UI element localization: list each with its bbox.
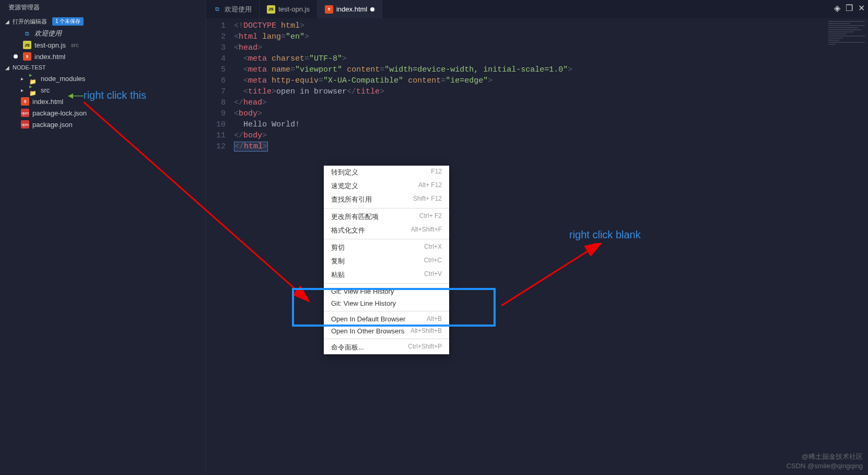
open-editor-item[interactable]: JS test-opn.js src (0, 39, 205, 51)
code-line[interactable]: </head> (234, 97, 868, 108)
dirty-dot (370, 7, 374, 11)
watermark: @稀土掘金技术社区 CSDN @smile@qingqing (787, 452, 863, 471)
menu-shortcut: Shift+ F12 (413, 195, 442, 204)
menu-label: 粘贴 (331, 270, 345, 280)
menu-shortcut: Ctrl+V (424, 270, 442, 280)
line-number: 11 (206, 130, 226, 141)
menu-item[interactable]: 剪切 Ctrl+X (324, 241, 449, 254)
menu-item[interactable]: 复制 Ctrl+C (324, 254, 449, 268)
title-bar-controls: ◈ ❐ ✕ (834, 3, 865, 13)
menu-shortcut: Ctrl+ F2 (419, 212, 442, 222)
open-editors-header[interactable]: ◢ 打开的编辑器 1 个未保存 (0, 15, 205, 28)
code-line[interactable]: <meta name="viewport" content="width=dev… (234, 64, 868, 75)
line-number: 1 (206, 20, 226, 31)
compass-icon[interactable]: ◈ (834, 3, 840, 13)
tree-item[interactable]: ▸ ▸ 📁 src (0, 84, 205, 96)
code-line[interactable]: <!DOCTYPE html> (234, 20, 868, 31)
open-editor-item[interactable]: ⧉ 欢迎使用 (0, 28, 205, 39)
tab-label: index.html (336, 5, 367, 13)
menu-label: 查找所有引用 (331, 195, 372, 204)
explorer-title: 资源管理器 (0, 0, 205, 15)
vscode-icon: ⧉ (213, 5, 221, 14)
menu-shortcut: Ctrl+C (424, 257, 442, 266)
file-label: 欢迎使用 (34, 29, 62, 38)
open-editors-label: 打开的编辑器 (13, 18, 47, 26)
close-icon[interactable]: ✕ (858, 3, 865, 13)
line-number: 9 (206, 108, 226, 119)
code-editor[interactable]: 123456789101112 <!DOCTYPE html><html lan… (206, 18, 868, 475)
tree-label: package.json (32, 121, 73, 129)
menu-shortcut: Ctrl+Shift+P (408, 343, 442, 352)
line-number: 6 (206, 75, 226, 86)
tree-item[interactable]: 5 index.html (0, 96, 205, 107)
menu-label: 转到定义 (331, 168, 358, 177)
chevron-right-icon: ▸ (21, 87, 26, 93)
dirty-dot (14, 54, 18, 59)
chevron-down-icon: ◢ (5, 65, 10, 71)
menu-separator (324, 339, 449, 339)
tree-item[interactable]: npm package.json (0, 119, 205, 130)
menu-label: 命令面板... (331, 343, 364, 352)
js-icon: JS (23, 41, 31, 49)
menu-shortcut: Alt+ F12 (418, 181, 442, 191)
tree-label: package-lock.json (32, 109, 87, 117)
tree-item[interactable]: ▸ ▸ 📁 node_modules (0, 73, 205, 84)
menu-item[interactable]: 格式化文件 Alt+Shift+F (324, 224, 449, 237)
chevron-down-icon: ◢ (5, 19, 10, 25)
menu-label: 剪切 (331, 243, 345, 252)
line-gutter: 123456789101112 (206, 20, 234, 475)
code-line[interactable]: Hello World! (234, 119, 868, 130)
code-line[interactable]: <meta charset="UTF-8"> (234, 53, 868, 64)
html-icon: 5 (23, 52, 31, 61)
code-line[interactable]: </body> (234, 130, 868, 141)
explorer-sidebar: 资源管理器 ◢ 打开的编辑器 1 个未保存 ⧉ 欢迎使用 JS test-opn… (0, 0, 206, 475)
line-number: 8 (206, 97, 226, 108)
line-number: 5 (206, 64, 226, 75)
code-line[interactable]: <body> (234, 108, 868, 119)
menu-item[interactable]: Open In Default Browser Alt+B (324, 313, 449, 325)
tree-item[interactable]: npm package-lock.json (0, 107, 205, 119)
project-header[interactable]: ◢ NODE-TEST (0, 62, 205, 73)
unsaved-badge: 1 个未保存 (52, 17, 84, 26)
file-label: index.html (34, 53, 65, 61)
editor-tab[interactable]: JS test-opn.js (260, 0, 318, 18)
menu-label: Git: View Line History (331, 299, 396, 307)
tree-label: index.html (32, 98, 63, 106)
tab-label: 欢迎使用 (225, 5, 252, 14)
code-line[interactable]: <html lang="en"> (234, 31, 868, 42)
editor-tabs: ⧉ 欢迎使用 JS test-opn.js 5 index.html (206, 0, 868, 18)
restore-icon[interactable]: ❐ (846, 3, 853, 13)
menu-item[interactable]: 粘贴 Ctrl+V (324, 268, 449, 282)
code-line[interactable]: <title>open in browser</title> (234, 86, 868, 97)
js-icon: JS (267, 5, 275, 14)
file-label: test-opn.js (34, 41, 66, 49)
open-editor-item[interactable]: 5 index.html (0, 51, 205, 62)
menu-item[interactable]: 命令面板... Ctrl+Shift+P (324, 341, 449, 354)
menu-item[interactable]: 更改所有匹配项 Ctrl+ F2 (324, 210, 449, 224)
line-number: 2 (206, 31, 226, 42)
code-line[interactable]: <meta http-equiv="X-UA-Compatible" conte… (234, 75, 868, 86)
menu-shortcut: Ctrl+X (424, 243, 442, 252)
code-line[interactable]: </html> (234, 141, 868, 152)
editor-tab[interactable]: 5 index.html (318, 0, 382, 18)
editor-tab[interactable]: ⧉ 欢迎使用 (206, 0, 260, 18)
tree-label: src (41, 86, 50, 94)
menu-separator (324, 311, 449, 311)
file-hint: src (71, 42, 79, 48)
vscode-icon: ⧉ (23, 29, 31, 38)
menu-label: 复制 (331, 257, 345, 266)
menu-shortcut: F12 (431, 168, 442, 177)
minimap[interactable] (828, 20, 865, 51)
code-line[interactable]: <head> (234, 42, 868, 53)
menu-shortcut: Alt+Shift+F (411, 226, 442, 235)
folder-icon: ▸ 📁 (29, 86, 38, 94)
menu-item[interactable]: Open In Other Browsers Alt+Shift+B (324, 325, 449, 337)
menu-item[interactable]: 转到定义 F12 (324, 166, 449, 179)
line-number: 3 (206, 42, 226, 53)
tree-label: node_modules (41, 75, 85, 83)
menu-item[interactable]: Git: View Line History (324, 297, 449, 309)
menu-item[interactable]: Git: View File History (324, 285, 449, 297)
project-label: NODE-TEST (13, 64, 46, 71)
menu-item[interactable]: 查找所有引用 Shift+ F12 (324, 193, 449, 206)
menu-item[interactable]: 速览定义 Alt+ F12 (324, 179, 449, 193)
